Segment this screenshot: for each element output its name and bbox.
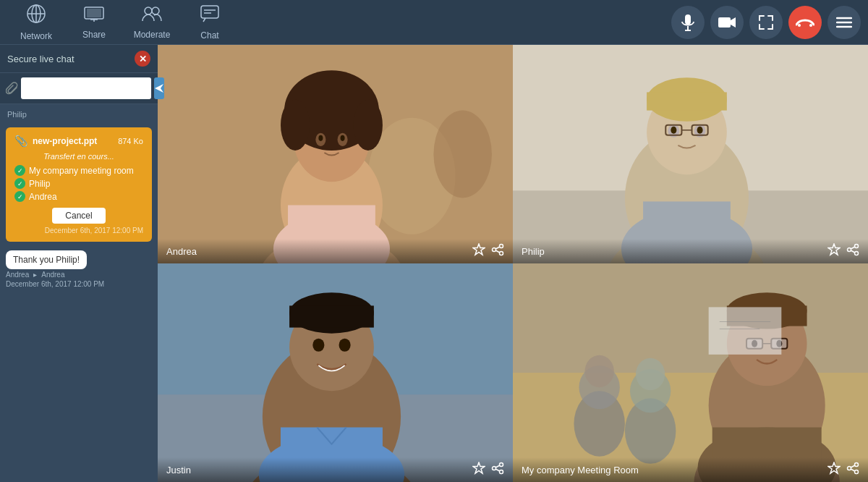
svg-point-87 [585,355,614,387]
svg-marker-60 [828,244,840,255]
nav-share-label: Share [82,30,106,40]
svg-point-89 [630,369,671,413]
message-timestamp: December 6th, 2017 12:00 PM [6,280,152,288]
attach-button[interactable] [6,78,18,98]
video-name-justin: Justin [166,465,191,475]
star-philip-button[interactable] [827,243,841,259]
svg-point-18 [809,24,812,27]
cam-button[interactable] [710,6,744,39]
recipient-andrea: ✓ Andrea [14,191,143,202]
svg-rect-95 [727,305,807,326]
svg-point-73 [312,339,324,352]
share-justin-button[interactable] [491,462,504,478]
svg-point-99 [752,340,757,347]
svg-point-86 [579,365,619,409]
transfer-status: Transfert en cours... [14,152,143,161]
chat-input[interactable] [21,77,151,99]
recipient-meeting-room: ✓ My company meeting room [14,165,143,176]
svg-point-85 [574,391,624,457]
file-attachment-icon: 📎 [14,135,28,148]
svg-marker-106 [828,462,840,473]
svg-marker-77 [473,462,485,473]
message-recipient: Andrea [41,271,64,279]
svg-point-78 [500,463,503,467]
star-justin-button[interactable] [472,462,485,478]
svg-point-107 [855,463,859,467]
video-label-bar-philip: Philip [513,239,868,263]
fullscreen-button[interactable] [749,6,783,39]
svg-rect-13 [685,14,691,25]
svg-point-27 [294,97,370,182]
file-transfer-popup: 📎 new-project.ppt 874 Ko Transfert en co… [6,127,152,242]
svg-point-94 [727,292,807,329]
svg-rect-83 [513,263,868,482]
share-meeting-button[interactable] [846,462,859,478]
svg-point-39 [493,248,496,252]
svg-point-29 [281,100,310,151]
send-button[interactable] [154,77,164,99]
video-name-meeting: My company Meeting Room [522,465,639,475]
video-actions-meeting [827,462,859,478]
svg-point-63 [855,252,859,255]
svg-line-82 [495,465,500,468]
nav-network-label: Network [20,31,52,41]
svg-point-93 [727,301,807,386]
svg-point-56 [671,127,676,134]
svg-point-30 [354,100,383,151]
end-call-button[interactable] [788,6,822,39]
video-name-andrea: Andrea [166,246,197,257]
svg-line-111 [851,465,855,468]
main-content: Secure live chat ✕ Philip � [0,45,868,482]
svg-point-71 [289,292,374,333]
video-cell-andrea: Andrea [158,45,513,263]
svg-line-41 [495,250,500,253]
svg-line-110 [851,469,855,471]
video-actions-justin [472,462,504,478]
svg-rect-66 [158,263,513,482]
svg-point-34 [341,135,345,141]
moderate-icon [141,5,163,27]
chat-messages: Philip 📎 new-project.ppt 874 Ko Transfer… [0,104,158,482]
video-actions-andrea [472,243,504,259]
nav-moderate[interactable]: Moderate [123,0,181,45]
svg-rect-96 [746,339,762,349]
share-andrea-button[interactable] [491,243,504,259]
chat-input-row [0,73,158,104]
mic-button[interactable] [671,6,705,39]
nav-share[interactable]: Share [65,0,123,45]
file-info-row: 📎 new-project.ppt 874 Ko [14,135,143,148]
cancel-transfer-button[interactable]: Cancel [52,208,105,224]
svg-rect-22 [158,45,513,263]
svg-marker-37 [473,244,485,255]
svg-line-81 [495,469,500,471]
file-name: new-project.ppt [33,136,114,146]
chat-message-0: Thank you Philip! Andrea ▸ Andrea Decemb… [6,250,152,288]
chat-icon [200,4,220,28]
controls-group [671,6,861,39]
check-icon-philip: ✓ [14,178,25,189]
nav-chat[interactable]: Chat [181,0,239,45]
svg-point-108 [848,467,851,470]
topbar: Network Share Mo [0,0,868,45]
nav-moderate-label: Moderate [134,30,171,40]
video-actions-philip [827,243,859,259]
video-label-bar-andrea: Andrea [158,239,513,263]
star-meeting-button[interactable] [827,462,841,478]
close-chat-button[interactable]: ✕ [135,51,150,67]
svg-point-80 [500,470,503,474]
svg-rect-103 [709,307,782,354]
nav-network[interactable]: Network [7,0,65,45]
nav-chat-label: Chat [200,30,218,41]
svg-point-31 [315,133,326,146]
nav-items-group: Network Share Mo [7,0,239,45]
recipient-philip-label: Philip [29,179,50,189]
video-name-philip: Philip [522,246,545,257]
svg-rect-72 [289,305,374,327]
menu-button[interactable] [827,6,861,39]
video-cell-philip: Philip [513,45,868,263]
svg-point-38 [500,245,503,248]
transfer-recipients: ✓ My company meeting room ✓ Philip ✓ And… [14,165,143,202]
share-philip-button[interactable] [846,243,859,259]
star-andrea-button[interactable] [472,243,485,259]
share-icon [84,5,104,27]
